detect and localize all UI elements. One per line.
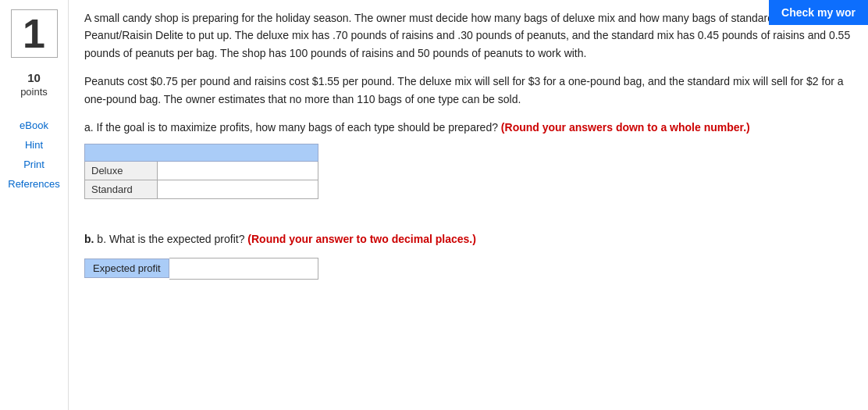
check-my-work-button[interactable]: Check my wor — [769, 0, 868, 25]
page-wrapper: Check my wor 1 10 points eBook Hint Prin… — [0, 0, 868, 410]
standard-input[interactable] — [164, 183, 311, 196]
part-a-label: a. If the goal is to maximize profits, h… — [84, 119, 852, 136]
print-link[interactable]: Print — [6, 156, 62, 173]
question-number: 1 — [11, 9, 58, 58]
main-content: A small candy shop is preparing for the … — [69, 0, 868, 410]
expected-profit-row: Expected profit — [84, 258, 318, 280]
standard-input-cell — [157, 180, 318, 199]
deluxe-label: Deluxe — [85, 162, 158, 180]
answer-table: Deluxe Standard — [84, 144, 318, 199]
ebook-link[interactable]: eBook — [6, 117, 62, 134]
deluxe-input[interactable] — [164, 164, 311, 177]
expected-profit-input[interactable] — [169, 258, 318, 280]
table-row: Standard — [85, 180, 318, 199]
table-header-row — [85, 144, 318, 162]
table-header-cell — [85, 144, 318, 162]
paragraph2: Peanuts cost $0.75 per pound and raisins… — [84, 73, 852, 108]
part-b-bold: b. — [84, 233, 97, 245]
part-b-label: b. b. What is the expected profit? (Roun… — [84, 230, 852, 248]
deluxe-input-cell — [157, 162, 318, 180]
expected-profit-label: Expected profit — [84, 258, 169, 278]
paragraph1: A small candy shop is preparing for the … — [84, 9, 852, 62]
sidebar-links: eBook Hint Print References — [6, 117, 62, 192]
points-label: 10 points — [20, 70, 48, 98]
part-b-instruction: (Round your answer to two decimal places… — [247, 233, 476, 245]
standard-label: Standard — [85, 180, 158, 199]
references-link[interactable]: References — [6, 176, 62, 192]
hint-link[interactable]: Hint — [6, 137, 62, 153]
table-row: Deluxe — [85, 162, 318, 180]
part-a-instruction: (Round your answers down to a whole numb… — [501, 121, 750, 134]
sidebar: 1 10 points eBook Hint Print References — [0, 0, 69, 410]
